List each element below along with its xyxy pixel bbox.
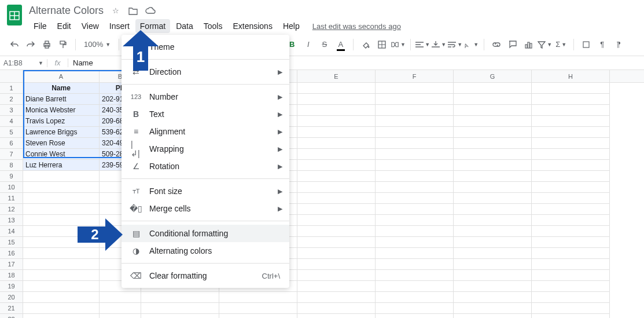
col-header-E[interactable]: E [297,70,376,82]
cell[interactable] [297,292,376,303]
cell[interactable] [454,116,532,127]
cell[interactable] [297,204,376,215]
row-header[interactable]: 8 [0,160,23,171]
cell[interactable] [100,292,141,303]
cell[interactable] [297,127,376,138]
menu-number[interactable]: 123Number▶ [122,88,289,105]
chart-icon[interactable] [521,37,536,52]
cell[interactable] [376,193,454,204]
borders-icon[interactable] [374,37,389,52]
cell[interactable] [23,303,100,314]
cell[interactable] [454,270,532,281]
cell[interactable] [297,314,376,318]
cell[interactable] [297,138,376,149]
cell[interactable] [297,160,376,171]
menu-tools[interactable]: Tools [199,19,227,33]
cell[interactable] [376,204,454,215]
zoom-selector[interactable]: 100% ▼ [80,40,114,49]
cell[interactable] [532,116,610,127]
cell[interactable] [376,237,454,248]
cell[interactable] [532,127,610,138]
cell[interactable] [376,83,454,94]
cell[interactable] [454,237,532,248]
cell[interactable] [376,259,454,270]
cell[interactable] [532,226,610,237]
cell[interactable] [219,292,297,303]
cell[interactable] [23,182,100,193]
cell[interactable] [297,303,376,314]
cell[interactable] [376,138,454,149]
row-header[interactable]: 18 [0,270,23,281]
cell[interactable] [376,149,454,160]
name-box[interactable]: A1:B8▼ [0,59,47,67]
cell[interactable] [454,281,532,292]
cell[interactable] [454,193,532,204]
row-header[interactable]: 10 [0,182,23,193]
col-header-F[interactable]: F [376,70,454,82]
cell[interactable] [532,193,610,204]
cell[interactable] [454,94,532,105]
cell[interactable] [532,259,610,270]
cell[interactable] [454,259,532,270]
menu-rotation[interactable]: ∠Rotation▶ [122,158,289,175]
row-header[interactable]: 14 [0,226,23,237]
row-header[interactable]: 7 [0,149,23,160]
cell[interactable] [297,116,376,127]
paragraph-rtl-icon[interactable]: ¶ [611,37,626,52]
cell[interactable] [376,292,454,303]
fill-color-icon[interactable] [358,37,373,52]
row-header[interactable]: 20 [0,292,23,303]
cell[interactable] [532,94,610,105]
cell[interactable] [297,226,376,237]
menu-text[interactable]: BText▶ [122,105,289,123]
menu-alignment[interactable]: ≡Alignment▶ [122,123,289,140]
cell[interactable] [454,314,532,318]
col-header-A[interactable]: A [23,70,100,82]
row-header[interactable]: 5 [0,127,23,138]
cell[interactable] [376,171,454,182]
cell[interactable]: Travis Lopez [23,116,100,127]
cell[interactable] [376,303,454,314]
cell[interactable]: Name [23,83,100,94]
menu-merge-cells[interactable]: �▯Merge cells▶ [122,200,289,217]
row-header[interactable]: 17 [0,259,23,270]
cell[interactable]: Connie West [23,149,100,160]
cell[interactable] [454,149,532,160]
cell[interactable] [141,314,219,318]
cell[interactable]: Monica Webster [23,105,100,116]
cell[interactable] [454,138,532,149]
row-header[interactable]: 15 [0,237,23,248]
row-header[interactable]: 2 [0,94,23,105]
cell[interactable] [297,193,376,204]
cell[interactable] [532,237,610,248]
strikethrough-icon[interactable]: S [317,37,332,52]
col-header-G[interactable]: G [454,70,532,82]
cell[interactable] [100,303,141,314]
sheets-logo[interactable] [7,5,22,25]
cell[interactable] [532,149,610,160]
row-header[interactable]: 16 [0,248,23,259]
menu-file[interactable]: File [29,19,51,33]
cell[interactable]: Diane Barrett [23,94,100,105]
cell[interactable] [532,171,610,182]
cell[interactable] [23,204,100,215]
cell[interactable] [297,105,376,116]
cell[interactable] [376,248,454,259]
cell[interactable] [219,303,297,314]
cell[interactable] [23,270,100,281]
menu-conditional-formatting[interactable]: ▤Conditional formatting [122,225,289,242]
document-title[interactable]: Alternate Colors [29,5,104,17]
cell[interactable] [532,292,610,303]
cell[interactable] [376,127,454,138]
cell[interactable] [376,215,454,226]
cell[interactable] [376,226,454,237]
print-icon[interactable] [39,37,54,52]
row-header[interactable]: 1 [0,83,23,94]
cell[interactable] [23,292,100,303]
cell[interactable] [454,303,532,314]
cell[interactable] [297,171,376,182]
cell[interactable] [532,105,610,116]
cell[interactable] [23,193,100,204]
cell[interactable] [297,215,376,226]
cell[interactable] [297,237,376,248]
